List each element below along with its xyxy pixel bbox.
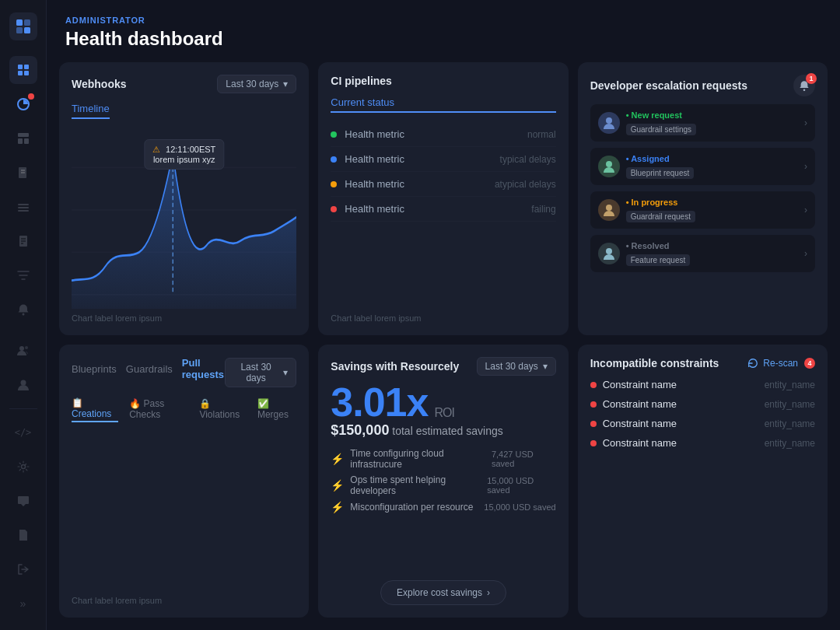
filter-tabs: 📋 Creations 🔥 Pass Checks 🔒 Violations ✅… <box>72 397 296 422</box>
savings-title: Savings with Resourcely <box>331 360 459 373</box>
blueprints-chart-label: Chart label lorem ipsum <box>72 596 296 605</box>
sidebar-icon-chart[interactable] <box>9 90 37 118</box>
filter-tab-merges[interactable]: ✅ Merges <box>257 397 296 422</box>
escalation-item-3[interactable]: • In progress Guardrail request › <box>590 191 815 229</box>
rescan-badge: 4 <box>804 358 815 369</box>
savings-amount: $150,000 total estimated savings <box>331 422 555 439</box>
escalation-status-1: • New request <box>626 110 696 120</box>
blueprints-card: Blueprints Guardrails Pull requests Last… <box>59 345 309 618</box>
svg-point-24 <box>25 346 28 349</box>
constraint-entity-4: entity_name <box>765 438 815 449</box>
sidebar-icon-report[interactable] <box>9 227 37 255</box>
app-logo <box>9 12 37 40</box>
svg-rect-0 <box>16 19 23 26</box>
escalation-tag-2: Blueprint request <box>626 167 695 179</box>
webhooks-chart-area: ⚠ 12:11:00EST lorem ipsum xyz <box>72 125 296 309</box>
svg-point-35 <box>606 161 612 167</box>
savings-value-1: 7,427 USD saved <box>492 450 556 468</box>
svg-rect-16 <box>18 207 29 208</box>
webhooks-tabs: Timeline <box>72 103 296 119</box>
health-row-1: Health metric normal <box>331 122 555 147</box>
constraint-row-1: Constraint name entity_name <box>590 379 815 390</box>
svg-rect-4 <box>18 65 23 69</box>
status-dot-blue <box>331 156 337 163</box>
savings-rows: ⚡ Time configuring cloud infrastrucure 7… <box>331 448 555 571</box>
constraint-row-2: Constraint name entity_name <box>590 398 815 410</box>
sidebar-icon-grid[interactable] <box>9 56 37 84</box>
sidebar-icon-bell[interactable] <box>9 296 37 324</box>
svg-rect-15 <box>18 204 29 205</box>
constraint-row-4: Constraint name entity_name <box>590 437 815 449</box>
arrow-icon: › <box>487 587 490 598</box>
tab-pull-requests[interactable]: Pull requests <box>182 357 225 382</box>
tab-guardrails[interactable]: Guardrails <box>126 363 173 376</box>
svg-rect-5 <box>24 65 29 69</box>
sidebar-icon-chat[interactable] <box>9 487 37 515</box>
savings-icon-2: ⚡ <box>331 479 344 492</box>
escalation-item-2[interactable]: • Assigned Blueprint request › <box>590 148 815 185</box>
escalation-arrow-1: › <box>804 117 807 128</box>
svg-point-23 <box>19 346 24 351</box>
escalation-status-4: • Resolved <box>626 241 691 250</box>
avatar-4 <box>598 243 620 264</box>
svg-rect-2 <box>16 27 23 33</box>
constraint-name-4: Constraint name <box>603 437 677 449</box>
health-metric-label-4: Health metric <box>345 203 404 215</box>
svg-point-36 <box>606 205 612 211</box>
sidebar-icon-settings[interactable] <box>9 453 37 481</box>
savings-total-label: total estimated savings <box>392 425 502 437</box>
escalation-status-2: • Assigned <box>626 154 695 163</box>
health-status-3: atypical delays <box>495 179 556 190</box>
tab-blueprints[interactable]: Blueprints <box>72 363 117 376</box>
sidebar-icon-book[interactable] <box>9 159 37 187</box>
blueprints-date-dropdown[interactable]: Last 30 days ▾ <box>225 358 297 387</box>
sidebar-icon-tools[interactable] <box>9 193 37 221</box>
webhooks-card: Webhooks Last 30 days ▾ Timeline ⚠ 12:11… <box>59 62 309 335</box>
notifications-button[interactable]: 1 <box>793 75 815 96</box>
health-metric-label-2: Health metric <box>345 153 404 165</box>
tab-current-status[interactable]: Current status <box>331 96 555 113</box>
escalation-arrow-2: › <box>804 161 807 172</box>
escalation-item-4[interactable]: • Resolved Feature request › <box>590 235 815 272</box>
sidebar-icon-docs[interactable] <box>9 521 37 549</box>
page-header: ADMINISTRATOR Health dashboard <box>47 0 840 62</box>
constraint-row-3: Constraint name entity_name <box>590 418 815 429</box>
sidebar-icon-user[interactable] <box>9 371 37 399</box>
tab-timeline[interactable]: Timeline <box>72 103 110 119</box>
sidebar-icon-filter[interactable] <box>9 261 37 289</box>
savings-date-dropdown[interactable]: Last 30 days ▾ <box>477 357 556 376</box>
svg-point-33 <box>803 89 806 91</box>
health-row-4: Health metric failing <box>331 197 555 222</box>
ci-chart-label: Chart label lorem ipsum <box>331 307 555 323</box>
savings-header: Savings with Resourcely Last 30 days ▾ <box>331 357 555 376</box>
webhooks-date-dropdown[interactable]: Last 30 days ▾ <box>217 75 296 93</box>
health-row-3: Health metric atypical delays <box>331 172 555 197</box>
sidebar-icon-collapse[interactable]: » <box>9 590 37 618</box>
escalation-item-1[interactable]: • New request Guardrail settings › <box>590 104 815 142</box>
svg-rect-7 <box>24 71 29 75</box>
sidebar-icon-layout[interactable] <box>9 124 37 152</box>
escalations-header: Developer escalation requests 1 <box>590 75 815 96</box>
sidebar-icon-code[interactable]: </> <box>9 418 37 446</box>
svg-rect-3 <box>24 27 30 33</box>
escalation-tag-1: Guardrail settings <box>626 124 696 135</box>
filter-tab-pass-checks[interactable]: 🔥 Pass Checks <box>129 397 188 422</box>
constraint-dot-2 <box>590 401 597 408</box>
health-status-4: failing <box>531 204 555 215</box>
filter-tab-violations[interactable]: 🔒 Violations <box>199 397 247 422</box>
blueprints-header: Blueprints Guardrails Pull requests Last… <box>72 357 296 388</box>
sidebar: </> » <box>0 0 47 630</box>
sidebar-icon-users[interactable] <box>9 337 37 365</box>
savings-value-3: 15,000 USD saved <box>484 502 555 512</box>
escalation-tag-4: Feature request <box>626 254 691 266</box>
sidebar-icon-logout[interactable] <box>9 555 37 583</box>
rescan-button[interactable]: Re-scan <box>747 358 798 369</box>
webhooks-chart-label: Chart label lorem ipsum <box>72 313 296 323</box>
explore-cost-savings-button[interactable]: Explore cost savings › <box>380 580 506 605</box>
status-dot-red <box>331 206 337 212</box>
ci-pipelines-card: CI pipelines Current status Health metri… <box>318 62 568 335</box>
notifications-badge: 1 <box>806 73 817 84</box>
health-metric-label-1: Health metric <box>345 128 404 140</box>
escalation-arrow-3: › <box>804 205 807 215</box>
filter-tab-creations[interactable]: 📋 Creations <box>72 397 118 422</box>
